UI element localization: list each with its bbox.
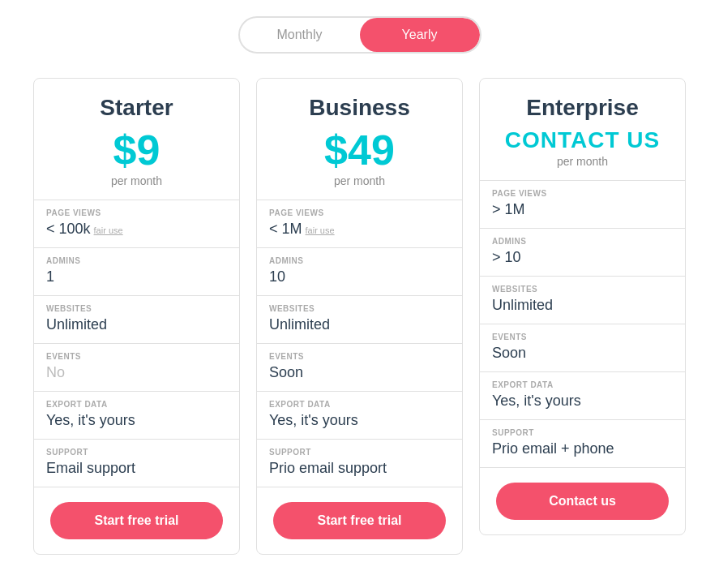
- feature-value-wrapper-starter-3: No: [46, 364, 227, 381]
- plan-price-business: $49: [273, 129, 446, 171]
- feature-label-starter-2: WEBSITES: [46, 304, 227, 313]
- feature-row-business-3: EVENTSSoon: [257, 344, 462, 392]
- feature-value-wrapper-enterprise-2: Unlimited: [492, 297, 673, 314]
- feature-row-enterprise-5: SUPPORTPrio email + phone: [480, 420, 685, 468]
- feature-label-business-4: EXPORT DATA: [269, 400, 450, 409]
- plan-name-enterprise: Enterprise: [496, 95, 669, 121]
- feature-row-business-1: ADMINS10: [257, 248, 462, 296]
- feature-value-wrapper-starter-0: < 100kfair use: [46, 221, 227, 238]
- cta-container-business: Start free trial: [257, 487, 462, 554]
- feature-label-enterprise-2: WEBSITES: [492, 285, 673, 294]
- pricing-cards-container: Starter$9per monthPAGE VIEWS< 100kfair u…: [16, 78, 703, 555]
- feature-row-starter-1: ADMINS1: [34, 248, 239, 296]
- cta-button-business[interactable]: Start free trial: [273, 502, 446, 539]
- feature-label-starter-3: EVENTS: [46, 352, 227, 361]
- feature-value-enterprise-0: > 1M: [492, 201, 525, 217]
- feature-row-business-4: EXPORT DATAYes, it's yours: [257, 392, 462, 440]
- feature-row-business-2: WEBSITESUnlimited: [257, 296, 462, 344]
- feature-value-starter-1: 1: [46, 268, 54, 285]
- feature-value-wrapper-enterprise-3: Soon: [492, 345, 673, 362]
- feature-label-enterprise-1: ADMINS: [492, 237, 673, 246]
- feature-row-starter-3: EVENTSNo: [34, 344, 239, 392]
- feature-value-enterprise-4: Yes, it's yours: [492, 393, 581, 409]
- feature-row-business-5: SUPPORTPrio email support: [257, 440, 462, 487]
- feature-value-wrapper-starter-1: 1: [46, 268, 227, 285]
- feature-row-enterprise-0: PAGE VIEWS> 1M: [480, 181, 685, 229]
- feature-value-starter-4: Yes, it's yours: [46, 412, 135, 428]
- feature-label-business-0: PAGE VIEWS: [269, 208, 450, 217]
- plan-per-month-enterprise: per month: [496, 155, 669, 168]
- feature-label-enterprise-5: SUPPORT: [492, 428, 673, 437]
- feature-value-business-2: Unlimited: [269, 316, 330, 333]
- monthly-toggle-button[interactable]: Monthly: [240, 18, 360, 52]
- plan-card-enterprise: EnterpriseCONTACT USper monthPAGE VIEWS>…: [479, 78, 686, 535]
- feature-label-business-1: ADMINS: [269, 256, 450, 265]
- fair-use-tag-business-0: fair use: [306, 225, 335, 235]
- plan-card-starter: Starter$9per monthPAGE VIEWS< 100kfair u…: [33, 78, 240, 555]
- feature-value-business-4: Yes, it's yours: [269, 412, 358, 428]
- feature-value-enterprise-2: Unlimited: [492, 297, 553, 313]
- fair-use-tag-starter-0: fair use: [94, 225, 123, 235]
- plan-header-business: Business$49per month: [257, 79, 462, 200]
- feature-row-enterprise-3: EVENTSSoon: [480, 324, 685, 372]
- feature-row-enterprise-4: EXPORT DATAYes, it's yours: [480, 372, 685, 420]
- yearly-toggle-button[interactable]: Yearly: [360, 18, 480, 52]
- feature-label-business-3: EVENTS: [269, 352, 450, 361]
- feature-row-starter-0: PAGE VIEWS< 100kfair use: [34, 200, 239, 248]
- feature-value-wrapper-starter-2: Unlimited: [46, 316, 227, 333]
- feature-value-wrapper-enterprise-0: > 1M: [492, 201, 673, 218]
- plan-price-starter: $9: [50, 129, 223, 171]
- feature-label-business-2: WEBSITES: [269, 304, 450, 313]
- cta-container-enterprise: Contact us: [480, 468, 685, 534]
- feature-value-wrapper-enterprise-5: Prio email + phone: [492, 440, 673, 457]
- plan-per-month-starter: per month: [50, 174, 223, 187]
- feature-row-business-0: PAGE VIEWS< 1Mfair use: [257, 200, 462, 248]
- feature-value-wrapper-business-5: Prio email support: [269, 460, 450, 477]
- feature-value-business-5: Prio email support: [269, 460, 387, 476]
- feature-value-enterprise-5: Prio email + phone: [492, 440, 614, 457]
- feature-value-business-0: < 1M: [269, 221, 302, 237]
- feature-value-wrapper-business-1: 10: [269, 268, 450, 285]
- feature-value-wrapper-business-4: Yes, it's yours: [269, 412, 450, 429]
- plan-name-starter: Starter: [50, 95, 223, 121]
- cta-button-starter[interactable]: Start free trial: [50, 502, 223, 539]
- feature-value-starter-3: No: [46, 364, 65, 380]
- plan-per-month-business: per month: [273, 174, 446, 187]
- feature-value-wrapper-business-2: Unlimited: [269, 316, 450, 333]
- feature-label-enterprise-0: PAGE VIEWS: [492, 189, 673, 198]
- feature-row-enterprise-2: WEBSITESUnlimited: [480, 277, 685, 324]
- feature-value-wrapper-business-3: Soon: [269, 364, 450, 381]
- feature-value-business-1: 10: [269, 268, 285, 285]
- feature-label-starter-5: SUPPORT: [46, 448, 227, 457]
- feature-row-starter-4: EXPORT DATAYes, it's yours: [34, 392, 239, 440]
- feature-label-enterprise-4: EXPORT DATA: [492, 380, 673, 389]
- feature-row-starter-2: WEBSITESUnlimited: [34, 296, 239, 344]
- feature-value-business-3: Soon: [269, 364, 303, 380]
- feature-value-wrapper-enterprise-1: > 10: [492, 249, 673, 266]
- feature-row-starter-5: SUPPORTEmail support: [34, 440, 239, 487]
- feature-value-starter-0: < 100k: [46, 221, 91, 237]
- billing-toggle: Monthly Yearly: [238, 16, 481, 54]
- plan-header-starter: Starter$9per month: [34, 79, 239, 200]
- plan-card-business: Business$49per monthPAGE VIEWS< 1Mfair u…: [256, 78, 463, 555]
- cta-container-starter: Start free trial: [34, 487, 239, 554]
- feature-value-wrapper-enterprise-4: Yes, it's yours: [492, 393, 673, 410]
- feature-value-enterprise-1: > 10: [492, 249, 521, 265]
- plan-name-business: Business: [273, 95, 446, 121]
- feature-value-wrapper-business-0: < 1Mfair use: [269, 221, 450, 238]
- feature-value-wrapper-starter-5: Email support: [46, 460, 227, 477]
- feature-label-starter-1: ADMINS: [46, 256, 227, 265]
- plan-header-enterprise: EnterpriseCONTACT USper month: [480, 79, 685, 181]
- plan-price-enterprise: CONTACT US: [496, 129, 669, 152]
- feature-value-starter-5: Email support: [46, 460, 135, 476]
- feature-value-enterprise-3: Soon: [492, 345, 526, 361]
- feature-row-enterprise-1: ADMINS> 10: [480, 229, 685, 277]
- feature-label-starter-4: EXPORT DATA: [46, 400, 227, 409]
- cta-button-enterprise[interactable]: Contact us: [496, 483, 669, 520]
- feature-value-wrapper-starter-4: Yes, it's yours: [46, 412, 227, 429]
- feature-label-business-5: SUPPORT: [269, 448, 450, 457]
- feature-label-starter-0: PAGE VIEWS: [46, 208, 227, 217]
- feature-label-enterprise-3: EVENTS: [492, 333, 673, 341]
- feature-value-starter-2: Unlimited: [46, 316, 107, 333]
